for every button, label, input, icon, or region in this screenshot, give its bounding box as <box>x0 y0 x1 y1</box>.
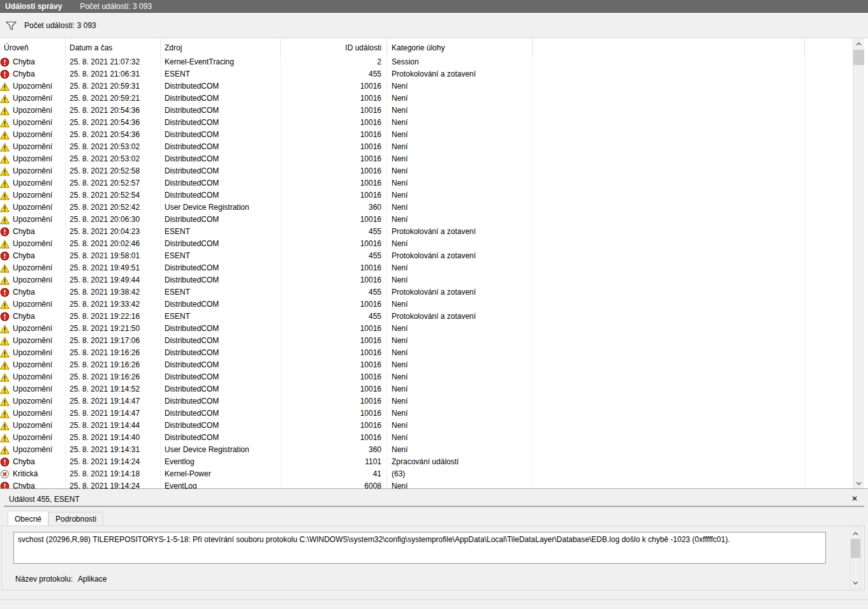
event-row[interactable]: Upozornění25. 8. 2021 20:59:31Distribute… <box>0 80 868 92</box>
warning-icon <box>0 94 10 103</box>
warning-icon <box>0 349 10 358</box>
event-row[interactable]: Upozornění25. 8. 2021 19:49:44Distribute… <box>0 274 868 286</box>
log-name-field: Název protokolu: Aplikace <box>15 575 107 583</box>
datetime-cell: 25. 8. 2021 19:49:51 <box>66 262 161 274</box>
event-row[interactable]: Chyba25. 8. 2021 19:22:16ESENT455Protoko… <box>0 311 868 323</box>
event-row[interactable]: Upozornění25. 8. 2021 19:14:47Distribute… <box>0 407 868 420</box>
event-row[interactable]: Upozornění25. 8. 2021 19:21:50Distribute… <box>0 323 868 335</box>
warning-icon <box>0 385 10 394</box>
category-cell: Není <box>387 202 533 214</box>
event-row[interactable]: Chyba25. 8. 2021 19:38:42ESENT455Protoko… <box>0 286 868 298</box>
event-row[interactable]: Chyba25. 8. 2021 19:14:24Eventlog1101Zpr… <box>0 456 868 468</box>
event-row[interactable]: Chyba25. 8. 2021 19:58:01ESENT455Protoko… <box>0 250 868 262</box>
column-header-source[interactable]: Zdroj <box>161 38 281 56</box>
level-label: Chyba <box>13 286 35 298</box>
datetime-cell: 25. 8. 2021 19:14:40 <box>66 432 161 444</box>
eventid-cell: 10016 <box>281 323 387 335</box>
event-row[interactable]: Upozornění25. 8. 2021 20:52:57Distribute… <box>0 177 868 189</box>
event-row[interactable]: Upozornění25. 8. 2021 20:54:36Distribute… <box>0 105 868 117</box>
event-row[interactable]: Upozornění25. 8. 2021 20:54:36Distribute… <box>0 129 868 141</box>
event-row[interactable]: Upozornění25. 8. 2021 20:53:02Distribute… <box>0 153 868 165</box>
title-bar: Události správy Počet událostí: 3 093 <box>0 0 868 13</box>
event-row[interactable]: Upozornění25. 8. 2021 20:59:21Distribute… <box>0 92 868 105</box>
event-row[interactable]: Upozornění25. 8. 2021 19:14:47Distribute… <box>0 395 868 407</box>
event-row[interactable]: Upozornění25. 8. 2021 19:16:26Distribute… <box>0 371 868 383</box>
scrollbar-thumb[interactable] <box>851 539 860 558</box>
level-label: Upozornění <box>13 298 52 311</box>
column-header-eventid[interactable]: ID události <box>281 38 387 56</box>
event-row[interactable]: Upozornění25. 8. 2021 19:17:06Distribute… <box>0 335 868 347</box>
level-cell: Chyba <box>0 56 66 68</box>
datetime-cell: 25. 8. 2021 20:59:21 <box>66 92 161 105</box>
event-row[interactable]: Upozornění25. 8. 2021 20:06:30Distribute… <box>0 214 868 226</box>
event-row[interactable]: Chyba25. 8. 2021 19:14:24EventLog6008Nen… <box>0 480 868 488</box>
scroll-up-button[interactable] <box>853 38 864 49</box>
warning-icon <box>0 240 10 249</box>
scroll-down-button[interactable] <box>853 478 864 488</box>
event-row[interactable]: Upozornění25. 8. 2021 19:14:31User Devic… <box>0 444 868 456</box>
event-row[interactable]: Upozornění25. 8. 2021 19:14:52Distribute… <box>0 383 868 395</box>
close-icon[interactable]: ✕ <box>850 494 860 504</box>
filler-cell <box>533 383 805 395</box>
source-cell: Kernel-EventTracing <box>161 56 281 68</box>
error-icon <box>0 251 10 261</box>
datetime-cell: 25. 8. 2021 20:52:42 <box>66 202 161 214</box>
eventid-cell: 10016 <box>281 432 387 444</box>
filter-bar: Počet událostí: 3 093 <box>0 13 868 38</box>
level-cell: Chyba <box>0 226 66 238</box>
event-row[interactable]: Chyba25. 8. 2021 21:07:32Kernel-EventTra… <box>0 56 868 68</box>
level-label: Upozornění <box>13 347 52 359</box>
event-table-body: Chyba25. 8. 2021 21:07:32Kernel-EventTra… <box>0 56 868 488</box>
event-row[interactable]: Kritická25. 8. 2021 19:14:18Kernel-Power… <box>0 468 868 480</box>
tab-details[interactable]: Podrobnosti <box>48 512 103 525</box>
event-row[interactable]: Upozornění25. 8. 2021 19:33:42Distribute… <box>0 298 868 311</box>
event-row[interactable]: Chyba25. 8. 2021 21:06:31ESENT455Protoko… <box>0 68 868 80</box>
scrollbar-thumb[interactable] <box>853 50 864 65</box>
filler-cell <box>533 311 805 323</box>
event-row[interactable]: Upozornění25. 8. 2021 20:54:36Distribute… <box>0 117 868 129</box>
datetime-cell: 25. 8. 2021 19:14:18 <box>66 468 161 480</box>
column-header-datetime[interactable]: Datum a čas <box>66 38 161 56</box>
datetime-cell: 25. 8. 2021 20:54:36 <box>66 105 161 117</box>
event-row[interactable]: Upozornění25. 8. 2021 19:16:26Distribute… <box>0 359 868 371</box>
source-cell: DistributedCOM <box>161 177 281 189</box>
level-cell: Upozornění <box>0 214 66 226</box>
category-cell: Není <box>387 92 533 105</box>
level-cell: Upozornění <box>0 117 66 129</box>
event-row[interactable]: Upozornění25. 8. 2021 20:53:02Distribute… <box>0 141 868 153</box>
eventid-cell: 360 <box>281 444 387 456</box>
eventid-cell: 10016 <box>281 238 387 250</box>
category-cell: Zpracování událostí <box>387 456 533 468</box>
event-row[interactable]: Upozornění25. 8. 2021 19:49:51Distribute… <box>0 262 868 274</box>
datetime-cell: 25. 8. 2021 20:52:57 <box>66 177 161 189</box>
error-icon <box>0 481 10 488</box>
eventid-cell: 455 <box>281 311 387 323</box>
filler-cell <box>533 480 805 488</box>
warning-icon <box>0 143 10 152</box>
datetime-cell: 25. 8. 2021 19:21:50 <box>66 323 161 335</box>
event-row[interactable]: Upozornění25. 8. 2021 20:02:46Distribute… <box>0 238 868 250</box>
column-header-level[interactable]: Úroveň <box>0 38 66 56</box>
scroll-up-button[interactable] <box>851 528 860 539</box>
event-row[interactable]: Upozornění25. 8. 2021 20:52:42User Devic… <box>0 202 868 214</box>
source-cell: DistributedCOM <box>161 407 281 420</box>
tab-general[interactable]: Obecné <box>8 511 48 525</box>
source-cell: DistributedCOM <box>161 238 281 250</box>
column-header-category[interactable]: Kategorie úlohy <box>387 38 533 56</box>
preview-scrollbar[interactable] <box>850 527 861 589</box>
level-label: Upozornění <box>13 335 52 347</box>
table-scrollbar[interactable] <box>853 38 864 488</box>
event-row[interactable]: Upozornění25. 8. 2021 19:16:26Distribute… <box>0 347 868 359</box>
filler-cell <box>533 298 805 311</box>
category-cell: Není <box>387 335 533 347</box>
event-row[interactable]: Upozornění25. 8. 2021 19:14:40Distribute… <box>0 432 868 444</box>
eventid-cell: 455 <box>281 68 387 80</box>
event-row[interactable]: Upozornění25. 8. 2021 20:52:58Distribute… <box>0 165 868 177</box>
level-label: Upozornění <box>13 371 52 383</box>
event-row[interactable]: Upozornění25. 8. 2021 19:14:44Distribute… <box>0 420 868 432</box>
event-viewer-window: Události správy Počet událostí: 3 093 Po… <box>0 0 868 609</box>
scroll-down-button[interactable] <box>851 577 860 588</box>
datetime-cell: 25. 8. 2021 19:22:16 <box>66 311 161 323</box>
event-row[interactable]: Chyba25. 8. 2021 20:04:23ESENT455Protoko… <box>0 226 868 238</box>
event-row[interactable]: Upozornění25. 8. 2021 20:52:54Distribute… <box>0 189 868 202</box>
